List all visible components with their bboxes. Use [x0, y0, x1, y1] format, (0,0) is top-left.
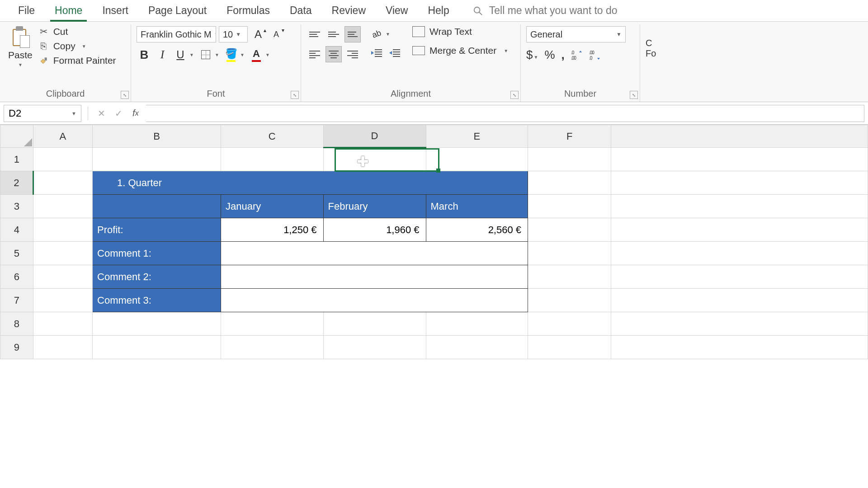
row-header-6[interactable]: 6 — [0, 265, 33, 289]
accounting-format-button[interactable]: $▼ — [526, 48, 538, 62]
paste-button[interactable]: Paste ▼ — [5, 26, 35, 67]
font-color-button[interactable]: A▼ — [249, 47, 271, 62]
cell[interactable] — [33, 265, 93, 289]
row-header-8[interactable]: 8 — [0, 312, 33, 336]
profit-value[interactable]: 2,560 € — [426, 218, 528, 242]
cell[interactable] — [33, 171, 93, 195]
orientation-button[interactable]: ab▼ — [369, 26, 392, 42]
cell[interactable] — [611, 171, 868, 195]
menu-review[interactable]: Review — [322, 0, 376, 22]
comment-label-cell[interactable]: Comment 3: — [93, 289, 221, 312]
alignment-dialog-launcher[interactable]: ⤡ — [510, 91, 519, 99]
cell[interactable] — [33, 218, 93, 242]
cell[interactable] — [528, 265, 611, 289]
copy-button[interactable]: ⎘ Copy ▼ — [39, 41, 116, 52]
format-painter-button[interactable]: Format Painter — [39, 55, 116, 66]
col-header-a[interactable]: A — [33, 125, 93, 148]
cell[interactable] — [528, 336, 611, 359]
cell[interactable] — [611, 312, 868, 336]
decrease-indent-button[interactable] — [369, 45, 384, 61]
insert-function-button[interactable]: fx — [129, 107, 142, 120]
menu-home[interactable]: Home — [45, 0, 92, 22]
col-header-c[interactable]: C — [221, 125, 323, 148]
menu-formulas[interactable]: Formulas — [217, 0, 280, 22]
menu-help[interactable]: Help — [418, 0, 459, 22]
align-center-button[interactable] — [326, 46, 342, 62]
align-middle-button[interactable] — [326, 26, 342, 42]
table-title-cell[interactable]: 1. Quarter — [93, 171, 528, 195]
row-header-4[interactable]: 4 — [0, 218, 33, 242]
cell[interactable] — [528, 195, 611, 218]
select-all-corner[interactable] — [0, 125, 33, 148]
profit-label-cell[interactable]: Profit: — [93, 218, 221, 242]
cell[interactable] — [528, 171, 611, 195]
comment-label-cell[interactable]: Comment 1: — [93, 242, 221, 265]
menu-page-layout[interactable]: Page Layout — [138, 0, 217, 22]
cell[interactable] — [221, 336, 323, 359]
cell[interactable] — [33, 242, 93, 265]
cell[interactable] — [611, 218, 868, 242]
month-header[interactable]: March — [426, 195, 528, 218]
row-header-7[interactable]: 7 — [0, 289, 33, 312]
comment-value-cell[interactable] — [221, 242, 528, 265]
clipboard-dialog-launcher[interactable]: ⤡ — [121, 91, 129, 99]
cell[interactable] — [528, 148, 611, 171]
comment-label-cell[interactable]: Comment 2: — [93, 265, 221, 289]
row-header-2[interactable]: 2 — [0, 171, 33, 195]
cell[interactable] — [221, 312, 323, 336]
month-header[interactable]: February — [323, 195, 426, 218]
align-bottom-button[interactable] — [344, 26, 361, 42]
cell[interactable] — [33, 148, 93, 171]
cell[interactable] — [221, 148, 323, 171]
cell[interactable] — [611, 148, 868, 171]
cell[interactable] — [611, 195, 868, 218]
cell[interactable] — [528, 242, 611, 265]
percent-button[interactable]: % — [544, 48, 555, 62]
menu-insert[interactable]: Insert — [92, 0, 138, 22]
profit-value[interactable]: 1,250 € — [221, 218, 323, 242]
underline-button[interactable]: U▼ — [173, 47, 195, 62]
number-format-dropdown[interactable]: General ▼ — [526, 26, 626, 42]
decrease-decimal-button[interactable]: .00.0 — [589, 50, 601, 61]
cancel-formula-button[interactable]: ✕ — [94, 107, 108, 120]
decrease-font-button[interactable]: A▾ — [269, 27, 284, 42]
col-header-f[interactable]: F — [528, 125, 611, 148]
col-header-blank[interactable] — [611, 125, 868, 148]
formula-input[interactable] — [146, 105, 864, 122]
comment-value-cell[interactable] — [221, 265, 528, 289]
increase-indent-button[interactable] — [387, 45, 402, 61]
cell[interactable] — [93, 195, 221, 218]
menu-file[interactable]: File — [8, 0, 45, 22]
comma-style-button[interactable]: , — [561, 48, 565, 62]
cell[interactable] — [33, 289, 93, 312]
borders-button[interactable]: ▼ — [198, 47, 221, 62]
cell[interactable] — [33, 312, 93, 336]
cell[interactable] — [528, 289, 611, 312]
cell[interactable] — [426, 148, 528, 171]
wrap-text-button[interactable]: Wrap Text — [412, 26, 508, 37]
col-header-b[interactable]: B — [93, 125, 221, 148]
cell[interactable] — [611, 289, 868, 312]
align-left-button[interactable] — [307, 46, 323, 62]
cell[interactable] — [426, 336, 528, 359]
row-header-3[interactable]: 3 — [0, 195, 33, 218]
number-dialog-launcher[interactable]: ⤡ — [630, 91, 638, 99]
cell[interactable] — [93, 312, 221, 336]
comment-value-cell[interactable] — [221, 289, 528, 312]
profit-value[interactable]: 1,960 € — [323, 218, 426, 242]
col-header-d[interactable]: D — [323, 125, 426, 148]
align-right-button[interactable] — [344, 46, 361, 62]
month-header[interactable]: January — [221, 195, 323, 218]
cell[interactable] — [611, 336, 868, 359]
row-header-9[interactable]: 9 — [0, 336, 33, 359]
cell[interactable] — [93, 148, 221, 171]
cell[interactable] — [323, 148, 426, 171]
italic-button[interactable]: I — [155, 47, 170, 62]
font-dialog-launcher[interactable]: ⤡ — [291, 91, 299, 99]
bold-button[interactable]: B — [137, 47, 152, 62]
cut-button[interactable]: ✂ Cut — [39, 26, 116, 37]
cell[interactable] — [93, 336, 221, 359]
increase-font-button[interactable]: A▴ — [250, 27, 266, 42]
row-header-1[interactable]: 1 — [0, 148, 33, 171]
enter-formula-button[interactable]: ✓ — [112, 107, 125, 120]
